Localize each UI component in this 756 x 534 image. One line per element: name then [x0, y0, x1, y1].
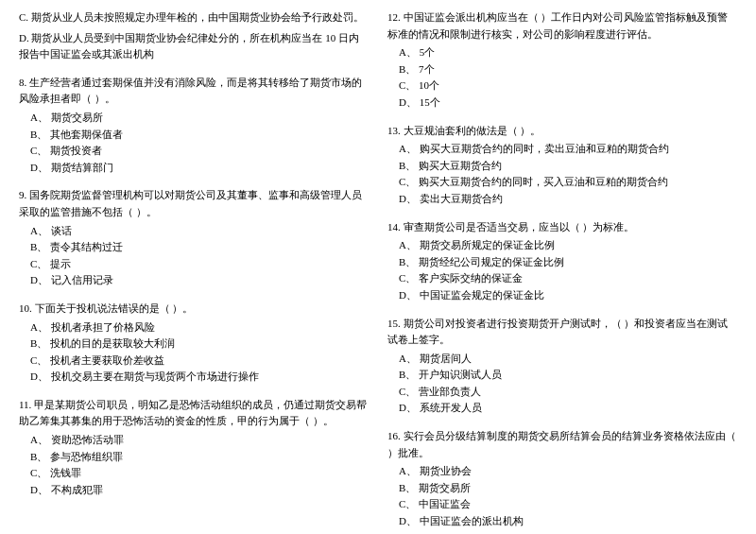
question-12-options: A、 5个 B、 7个 C、 10个 D、 15个 — [387, 44, 737, 111]
q12-option-c: C、 10个 — [399, 78, 737, 95]
question-15: 15. 期货公司对投资者进行投资期货开户测试时，（ ）和投资者应当在测试试卷上签… — [387, 316, 737, 418]
option-c-text: 期货从业人员未按照规定办理年检的，由中国期货业协会给予行政处罚。 — [31, 11, 364, 23]
q11-b-label: B、 — [30, 451, 47, 462]
q16-a-label: A、 — [399, 465, 417, 476]
q8-d-label: D、 — [30, 162, 48, 173]
question-11-text: 11. 甲是某期货公司职员，明知乙是恐怖活动组织的成员，仍通过期货交易帮助乙筹集… — [19, 397, 369, 430]
q14-a-label: A、 — [399, 239, 417, 250]
q13-c-text: 购买大豆期货合约的同时，买入豆油和豆粕的期货合约 — [419, 176, 668, 187]
q14-d-label: D、 — [399, 289, 417, 301]
q13-d-text: 卖出大豆期货合约 — [420, 193, 503, 204]
q14-a-text: 期货交易所规定的保证金比例 — [420, 239, 555, 250]
question-16-body: 实行会员分级结算制度的期货交易所结算会员的结算业务资格依法应由（ ）批准。 — [387, 430, 736, 458]
q8-option-b: B、 其他套期保值者 — [30, 127, 369, 144]
question-8: 8. 生产经营者通过套期保值并没有消除风险，而是将其转移给了期货市场的风险承担者… — [19, 75, 369, 177]
q16-d-text: 中国证监会的派出机构 — [420, 515, 524, 526]
q16-b-label: B、 — [399, 482, 416, 493]
question-14-body: 审查期货公司是否适当交易，应当以（ ）为标准。 — [404, 221, 635, 233]
q8-option-c: C、 期货投资者 — [30, 143, 369, 160]
q13-a-label: A、 — [399, 143, 417, 154]
question-12-body: 中国证监会派出机构应当在（ ）工作日内对公司风险监管指标触及预警标准的情况和限制… — [387, 11, 728, 40]
q10-option-a: A、 投机者承担了价格风险 — [30, 319, 369, 336]
q15-b-text: 开户知识测试人员 — [419, 369, 502, 380]
q8-c-label: C、 — [30, 145, 47, 156]
q11-a-label: A、 — [30, 434, 48, 445]
q12-a-label: A、 — [399, 46, 417, 58]
q13-b-label: B、 — [399, 160, 416, 171]
option-c: C. 期货从业人员未按照规定办理年检的，由中国期货业协会给予行政处罚。 — [19, 9, 369, 26]
q9-option-b: B、 责令其结构过迁 — [30, 239, 369, 256]
question-15-number: 15. — [387, 318, 401, 329]
q8-option-d: D、 期货结算部门 — [30, 160, 369, 177]
question-12-text: 12. 中国证监会派出机构应当在（ ）工作日内对公司风险监管指标触及预警标准的情… — [387, 9, 737, 43]
q10-b-label: B、 — [30, 337, 47, 349]
q15-a-label: A、 — [399, 353, 417, 364]
question-10-options: A、 投机者承担了价格风险 B、 投机的目的是获取较大利润 C、 投机者主要获取… — [19, 319, 369, 386]
q8-a-label: A、 — [30, 112, 48, 123]
q8-a-text: 期货交易所 — [51, 112, 103, 123]
left-column: C. 期货从业人员未按照规定办理年检的，由中国期货业协会给予行政处罚。 D. 期… — [19, 9, 369, 534]
question-16: 16. 实行会员分级结算制度的期货交易所结算会员的结算业务资格依法应由（ ）批准… — [387, 428, 737, 530]
q13-option-d: D、 卖出大豆期货合约 — [399, 191, 737, 208]
right-column: 12. 中国证监会派出机构应当在（ ）工作日内对公司风险监管指标触及预警标准的情… — [387, 9, 737, 534]
q12-c-label: C、 — [399, 79, 416, 91]
q14-d-text: 中国证监会规定的保证金比 — [420, 289, 544, 301]
q14-option-a: A、 期货交易所规定的保证金比例 — [399, 237, 737, 254]
q9-b-text: 责令其结构过迁 — [50, 241, 123, 252]
q15-option-b: B、 开户知识测试人员 — [399, 367, 737, 384]
q9-c-text: 提示 — [50, 258, 71, 269]
option-d: D. 期货从业人员受到中国期货业协会纪律处分的，所在机构应当在 10 日内报告中… — [19, 30, 369, 63]
q12-d-label: D、 — [399, 96, 417, 108]
q8-b-text: 其他套期保值者 — [50, 129, 123, 140]
question-13-options: A、 购买大豆期货合约的同时，卖出豆油和豆粕的期货合约 B、 购买大豆期货合约 … — [387, 141, 737, 207]
q10-d-label: D、 — [30, 370, 48, 382]
option-d-label: D. — [19, 32, 29, 43]
q14-c-label: C、 — [399, 272, 416, 284]
q8-b-label: B、 — [30, 129, 47, 140]
q12-a-text: 5个 — [420, 46, 436, 58]
q13-b-text: 购买大豆期货合约 — [419, 160, 502, 171]
question-9-options: A、 谈话 B、 责令其结构过迁 C、 提示 D、 记入信用记录 — [19, 223, 369, 289]
question-10-body: 下面关于投机说法错误的是（ ）。 — [35, 302, 194, 314]
q8-c-text: 期货投资者 — [50, 145, 102, 156]
q14-option-d: D、 中国证监会规定的保证金比 — [399, 287, 737, 304]
question-16-number: 16. — [387, 430, 401, 441]
q16-b-text: 期货交易所 — [419, 482, 471, 493]
question-11-options: A、 资助恐怖活动罪 B、 参与恐怖组织罪 C、 洗钱罪 D、 不构成犯罪 — [19, 432, 369, 498]
q14-option-c: C、 客户实际交纳的保证金 — [399, 270, 737, 287]
q10-a-label: A、 — [30, 321, 48, 333]
question-10-text: 10. 下面关于投机说法错误的是（ ）。 — [19, 301, 369, 318]
question-8-options: A、 期货交易所 B、 其他套期保值者 C、 期货投资者 D、 期货结算部门 — [19, 110, 369, 176]
q9-option-d: D、 记入信用记录 — [30, 272, 369, 289]
q16-c-text: 中国证监会 — [419, 498, 471, 509]
option-c-label: C. — [19, 11, 28, 23]
q12-b-text: 7个 — [419, 63, 435, 75]
q10-c-label: C、 — [30, 354, 47, 366]
q11-d-label: D、 — [30, 484, 48, 495]
q14-option-b: B、 期货经纪公司规定的保证金比例 — [399, 254, 737, 271]
question-15-text: 15. 期货公司对投资者进行投资期货开户测试时，（ ）和投资者应当在测试试卷上签… — [387, 316, 737, 349]
q13-option-c: C、 购买大豆期货合约的同时，买入豆油和豆粕的期货合约 — [399, 174, 737, 191]
question-cd: C. 期货从业人员未按照规定办理年检的，由中国期货业协会给予行政处罚。 D. 期… — [19, 9, 369, 63]
q14-c-text: 客户实际交纳的保证金 — [419, 272, 523, 284]
q16-d-label: D、 — [399, 515, 417, 526]
q11-b-text: 参与恐怖组织罪 — [50, 451, 123, 462]
option-d-text: 期货从业人员受到中国期货业协会纪律处分的，所在机构应当在 10 日内报告中国证监… — [19, 32, 359, 60]
q15-a-text: 期货居间人 — [420, 353, 472, 364]
question-14: 14. 审查期货公司是否适当交易，应当以（ ）为标准。 A、 期货交易所规定的保… — [387, 219, 737, 304]
q15-option-a: A、 期货居间人 — [399, 351, 737, 368]
q10-option-d: D、 投机交易主要在期货与现货两个市场进行操作 — [30, 369, 369, 386]
q9-c-label: C、 — [30, 258, 47, 269]
question-11-body: 甲是某期货公司职员，明知乙是恐怖活动组织的成员，仍通过期货交易帮助乙筹集其募集的… — [19, 399, 367, 427]
q10-option-c: C、 投机者主要获取价差收益 — [30, 353, 369, 370]
q13-option-a: A、 购买大豆期货合约的同时，卖出豆油和豆粕的期货合约 — [399, 141, 737, 158]
q11-option-b: B、 参与恐怖组织罪 — [30, 449, 369, 466]
question-16-text: 16. 实行会员分级结算制度的期货交易所结算会员的结算业务资格依法应由（ ）批准… — [387, 428, 737, 461]
question-14-options: A、 期货交易所规定的保证金比例 B、 期货经纪公司规定的保证金比例 C、 客户… — [387, 237, 737, 303]
question-10: 10. 下面关于投机说法错误的是（ ）。 A、 投机者承担了价格风险 B、 投机… — [19, 301, 369, 386]
question-9-body: 国务院期货监督管理机构可以对期货公司及其董事、监事和高级管理人员采取的监管措施不… — [19, 189, 362, 217]
q13-c-label: C、 — [399, 176, 416, 187]
question-10-number: 10. — [19, 302, 32, 314]
q16-option-c: C、 中国证监会 — [399, 496, 737, 513]
question-14-text: 14. 审查期货公司是否适当交易，应当以（ ）为标准。 — [387, 219, 737, 236]
